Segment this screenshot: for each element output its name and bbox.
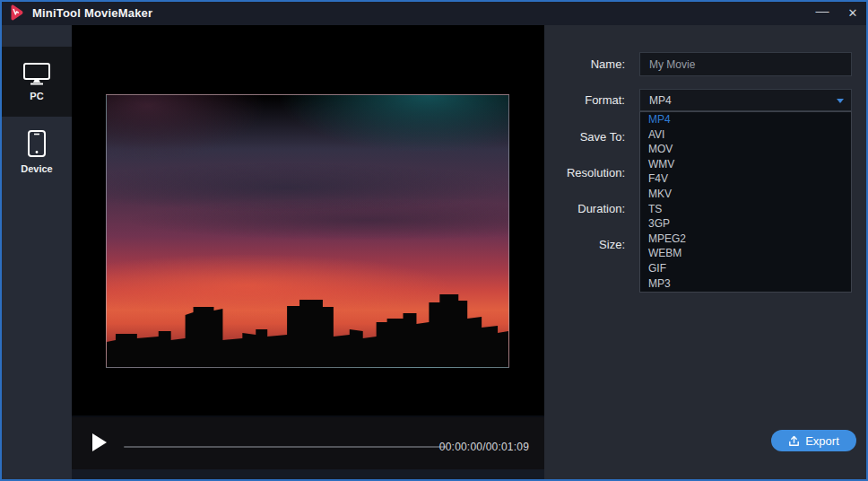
export-panel: Name: Format: MP4 Save To: Resolution: D… — [544, 25, 866, 479]
sidebar-item-label: Device — [21, 163, 52, 174]
play-button[interactable] — [89, 431, 110, 454]
format-option[interactable]: MKV — [640, 187, 851, 202]
app-title: MiniTool MovieMaker — [32, 6, 152, 20]
format-option[interactable]: F4V — [640, 171, 851, 187]
size-label: Size: — [544, 238, 625, 251]
format-option[interactable]: WMV — [640, 157, 851, 172]
sidebar-item-label: PC — [30, 91, 43, 101]
format-option[interactable]: TS — [640, 202, 851, 217]
close-button[interactable]: ✕ — [838, 0, 868, 25]
app-logo-icon — [7, 4, 25, 22]
seek-bar[interactable] — [124, 446, 447, 448]
sidebar-item-device[interactable]: Device — [2, 117, 72, 187]
monitor-icon — [22, 62, 51, 85]
format-label: Format: — [544, 93, 625, 107]
format-option[interactable]: MP4 — [640, 112, 851, 127]
format-option[interactable]: MP3 — [640, 276, 851, 292]
title-bar: MiniTool MovieMaker — ✕ — [0, 0, 868, 25]
city-skyline-silhouette — [107, 284, 508, 367]
window-controls: — ✕ — [807, 0, 868, 25]
name-label: Name: — [544, 57, 625, 71]
format-option[interactable]: 3GP — [640, 216, 851, 232]
resolution-label: Resolution: — [544, 166, 625, 179]
play-icon — [91, 433, 108, 452]
export-button[interactable]: Export — [771, 430, 856, 451]
format-select[interactable]: MP4 — [639, 89, 852, 111]
minimize-button[interactable]: — — [807, 0, 838, 25]
player-bar: 00:00:00/00:01:09 — [72, 415, 544, 469]
duration-label: Duration: — [544, 202, 625, 215]
format-option[interactable]: GIF — [640, 261, 851, 276]
upload-icon — [788, 435, 800, 447]
format-option[interactable]: AVI — [640, 127, 851, 143]
format-option[interactable]: WEBM — [640, 246, 851, 261]
format-select-value: MP4 — [649, 94, 672, 107]
format-option[interactable]: MOV — [640, 142, 851, 157]
name-input[interactable] — [639, 52, 852, 76]
smartphone-icon — [26, 129, 48, 158]
format-dropdown: MP4 AVI MOV WMV F4V MKV TS 3GP MPEG2 WEB… — [639, 111, 852, 293]
time-display: 00:00:00/00:01:09 — [439, 441, 529, 453]
chevron-down-icon — [837, 99, 844, 103]
export-button-label: Export — [805, 434, 839, 448]
preview-stage — [72, 25, 544, 415]
sidebar-item-pc[interactable]: PC — [2, 47, 72, 117]
save-to-label: Save To: — [544, 130, 625, 144]
format-option[interactable]: MPEG2 — [640, 232, 851, 247]
video-preview-frame — [106, 94, 509, 368]
sidebar: PC Device — [2, 25, 72, 479]
